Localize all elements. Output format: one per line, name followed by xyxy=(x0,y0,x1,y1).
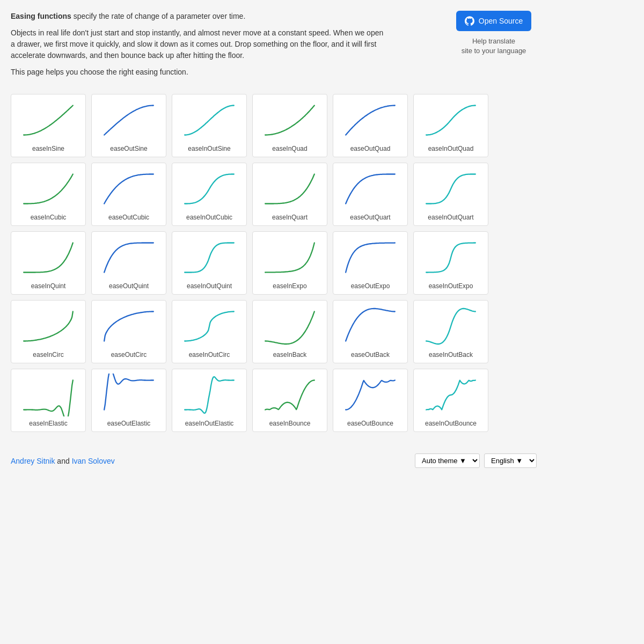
easing-card-easeInOutBounce[interactable]: easeInOutBounce xyxy=(413,369,488,432)
easing-card-easeOutQuint[interactable]: easeOutQuint xyxy=(91,231,166,295)
easing-label-easeInCubic: easeInCubic xyxy=(31,214,67,221)
easing-card-easeInElastic[interactable]: easeInElastic xyxy=(11,369,86,432)
easing-curve-easeInOutQuad xyxy=(421,99,480,142)
easing-label-easeInOutQuint: easeInOutQuint xyxy=(187,282,232,290)
easing-curve-easeInQuart xyxy=(260,167,319,210)
author1-link[interactable]: Andrey Sitnik xyxy=(11,457,55,465)
easing-card-easeInSine[interactable]: easeInSine xyxy=(11,94,86,157)
easing-card-easeInOutQuint[interactable]: easeInOutQuint xyxy=(172,231,247,295)
easing-curve-easeInBounce xyxy=(260,374,319,416)
easing-curve-easeInOutBack xyxy=(421,305,480,348)
easing-card-easeInOutBack[interactable]: easeInOutBack xyxy=(413,300,488,363)
intro-line2: Objects in real life don't just start an… xyxy=(11,27,386,61)
easing-label-easeInOutExpo: easeInOutExpo xyxy=(429,282,473,290)
easing-label-easeOutExpo: easeOutExpo xyxy=(351,282,390,290)
easing-grid: easeInSine easeOutSine easeInOutSine eas… xyxy=(11,94,537,432)
easing-card-easeOutCubic[interactable]: easeOutCubic xyxy=(91,163,166,226)
easing-card-easeInQuad[interactable]: easeInQuad xyxy=(252,94,327,157)
easing-label-easeInQuad: easeInQuad xyxy=(272,145,307,152)
github-button-label: Open Source xyxy=(479,17,523,25)
easing-label-easeOutQuart: easeOutQuart xyxy=(350,214,390,221)
easing-label-easeOutQuint: easeOutQuint xyxy=(109,282,149,290)
easing-card-easeInOutExpo[interactable]: easeInOutExpo xyxy=(413,231,488,295)
easing-label-easeInExpo: easeInExpo xyxy=(273,282,306,290)
easing-curve-easeOutExpo xyxy=(341,236,400,279)
easing-card-easeInBack[interactable]: easeInBack xyxy=(252,300,327,363)
github-button[interactable]: Open Source xyxy=(456,11,532,31)
footer-authors: Andrey Sitnik and Ivan Solovev xyxy=(11,457,115,465)
easing-label-easeOutBounce: easeOutBounce xyxy=(347,420,393,427)
easing-card-easeInOutSine[interactable]: easeInOutSine xyxy=(172,94,247,157)
easing-label-easeInElastic: easeInElastic xyxy=(29,420,67,427)
easing-card-easeOutQuad[interactable]: easeOutQuad xyxy=(333,94,408,157)
right-buttons: Open Source Help translatesite to your l… xyxy=(451,11,537,56)
easing-card-easeInCirc[interactable]: easeInCirc xyxy=(11,300,86,363)
easing-curve-easeInOutBounce xyxy=(421,374,480,416)
easing-label-easeInBounce: easeInBounce xyxy=(269,420,311,427)
easing-curve-easeInOutQuint xyxy=(180,236,239,279)
easing-card-easeOutQuart[interactable]: easeOutQuart xyxy=(333,163,408,226)
easing-label-easeInQuart: easeInQuart xyxy=(272,214,308,221)
easing-label-easeInOutCirc: easeInOutCirc xyxy=(189,351,230,358)
easing-curve-easeOutElastic xyxy=(99,374,158,416)
easing-curve-easeInElastic xyxy=(19,374,78,416)
easing-label-easeInOutBack: easeInOutBack xyxy=(429,351,473,358)
easing-label-easeOutCubic: easeOutCubic xyxy=(108,214,149,221)
easing-curve-easeOutSine xyxy=(99,99,158,142)
easing-label-easeOutCirc: easeOutCirc xyxy=(111,351,147,358)
author2-link[interactable]: Ivan Solovev xyxy=(72,457,115,465)
easing-label-easeInQuint: easeInQuint xyxy=(31,282,66,290)
github-icon xyxy=(465,16,474,26)
easing-card-easeInOutCubic[interactable]: easeInOutCubic xyxy=(172,163,247,226)
intro-bold: Easing functions xyxy=(11,12,71,20)
theme-select[interactable]: Auto theme ▼ xyxy=(415,453,480,468)
footer-right: Auto theme ▼ English ▼ xyxy=(415,453,537,468)
easing-curve-easeInSine xyxy=(19,99,78,142)
easing-card-easeInOutQuad[interactable]: easeInOutQuad xyxy=(413,94,488,157)
easing-card-easeInOutElastic[interactable]: easeInOutElastic xyxy=(172,369,247,432)
easing-curve-easeOutBack xyxy=(341,305,400,348)
easing-curve-easeOutQuint xyxy=(99,236,158,279)
easing-curve-easeOutQuart xyxy=(341,167,400,210)
intro-line3: This page helps you choose the right eas… xyxy=(11,67,386,78)
easing-card-easeInCubic[interactable]: easeInCubic xyxy=(11,163,86,226)
easing-card-easeInQuint[interactable]: easeInQuint xyxy=(11,231,86,295)
easing-card-easeInExpo[interactable]: easeInExpo xyxy=(252,231,327,295)
easing-label-easeInOutBounce: easeInOutBounce xyxy=(425,420,477,427)
easing-curve-easeInCubic xyxy=(19,167,78,210)
easing-curve-easeInQuint xyxy=(19,236,78,279)
easing-curve-easeOutCubic xyxy=(99,167,158,210)
easing-curve-easeInCirc xyxy=(19,305,78,348)
easing-curve-easeInOutSine xyxy=(180,99,239,142)
easing-curve-easeInBack xyxy=(260,305,319,348)
translate-text: Help translatesite to your language xyxy=(462,36,526,56)
easing-label-easeInSine: easeInSine xyxy=(32,145,64,152)
easing-card-easeOutBack[interactable]: easeOutBack xyxy=(333,300,408,363)
easing-label-easeInOutElastic: easeInOutElastic xyxy=(185,420,234,427)
easing-label-easeOutBack: easeOutBack xyxy=(351,351,390,358)
easing-card-easeInQuart[interactable]: easeInQuart xyxy=(252,163,327,226)
easing-curve-easeOutCirc xyxy=(99,305,158,348)
easing-label-easeOutSine: easeOutSine xyxy=(110,145,147,152)
easing-curve-easeInOutCubic xyxy=(180,167,239,210)
easing-label-easeInOutQuad: easeInOutQuad xyxy=(428,145,474,152)
intro-text: Easing functions specify the rate of cha… xyxy=(11,11,386,83)
easing-card-easeOutCirc[interactable]: easeOutCirc xyxy=(91,300,166,363)
easing-card-easeInBounce[interactable]: easeInBounce xyxy=(252,369,327,432)
easing-card-easeOutBounce[interactable]: easeOutBounce xyxy=(333,369,408,432)
easing-card-easeInOutQuart[interactable]: easeInOutQuart xyxy=(413,163,488,226)
easing-curve-easeInExpo xyxy=(260,236,319,279)
easing-label-easeInOutQuart: easeInOutQuart xyxy=(428,214,473,221)
language-select[interactable]: English ▼ xyxy=(484,453,537,468)
easing-label-easeOutElastic: easeOutElastic xyxy=(107,420,151,427)
easing-curve-easeInOutExpo xyxy=(421,236,480,279)
easing-card-easeOutExpo[interactable]: easeOutExpo xyxy=(333,231,408,295)
easing-curve-easeInQuad xyxy=(260,99,319,142)
easing-label-easeInBack: easeInBack xyxy=(273,351,307,358)
intro-line1: specify the rate of change of a paramete… xyxy=(71,12,246,20)
easing-label-easeInCirc: easeInCirc xyxy=(33,351,63,358)
easing-label-easeInOutSine: easeInOutSine xyxy=(188,145,230,152)
easing-card-easeOutElastic[interactable]: easeOutElastic xyxy=(91,369,166,432)
easing-card-easeOutSine[interactable]: easeOutSine xyxy=(91,94,166,157)
easing-card-easeInOutCirc[interactable]: easeInOutCirc xyxy=(172,300,247,363)
